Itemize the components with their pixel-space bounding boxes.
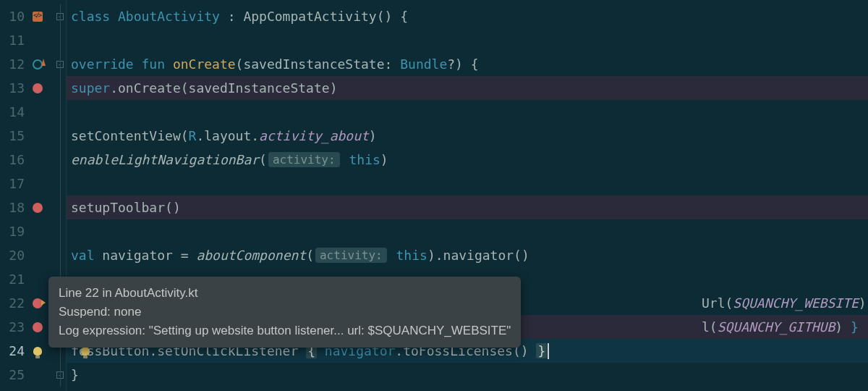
gutter-line-13[interactable]: 13 [0, 76, 54, 100]
breakpoint-icon[interactable] [33, 83, 43, 93]
intention-bulb-icon[interactable] [33, 347, 42, 356]
gutter-line-12[interactable]: 12 [0, 52, 54, 76]
gutter-line-16[interactable]: 16 [0, 148, 54, 172]
line-number: 25 [4, 367, 25, 382]
line-number: 13 [4, 80, 25, 96]
param-hint: activity: [315, 248, 387, 263]
param-hint: activity: [268, 152, 340, 167]
gutter-line-18[interactable]: 18 [0, 196, 54, 219]
breakpoint-icon[interactable] [33, 322, 43, 332]
line-number: 12 [4, 56, 25, 72]
fold-open-icon[interactable]: - [56, 13, 64, 20]
gutter-line-23[interactable]: 23 [0, 315, 54, 339]
gutter-line-14[interactable]: 14 [0, 100, 54, 124]
tooltip-suspend: Suspend: none [59, 303, 511, 321]
line-number: 22 [4, 295, 25, 311]
fold-close-icon[interactable]: - [56, 371, 64, 379]
gutter-line-11[interactable]: 11 [0, 28, 54, 52]
fold-line [54, 28, 66, 52]
line-number: 20 [4, 248, 25, 263]
line-number: 17 [4, 176, 25, 191]
gutter-line-17[interactable]: 17 [0, 172, 54, 196]
gutter-line-25[interactable]: 25 [0, 363, 54, 387]
line-number: 15 [4, 128, 25, 143]
fold-line [54, 100, 66, 124]
line-number: 11 [4, 33, 25, 48]
override-icon[interactable] [33, 59, 43, 70]
code-line-20[interactable]: val navigator = aboutComponent(activity:… [67, 243, 868, 267]
code-line-11[interactable] [67, 28, 868, 52]
line-number: 19 [4, 224, 25, 239]
gutter-line-19[interactable]: 19 [0, 219, 54, 243]
code-line-16[interactable]: enableLightNavigationBar(activity: this) [67, 148, 868, 172]
log-breakpoint-icon[interactable] [33, 298, 43, 308]
file-icon[interactable] [33, 12, 43, 22]
code-line-14[interactable] [67, 100, 868, 124]
fold-line [54, 76, 66, 100]
fold-line: - [54, 4, 66, 28]
code-line-17[interactable] [67, 172, 868, 196]
line-number: 10 [4, 9, 25, 24]
line-number: 23 [4, 319, 25, 335]
gutter-line-21[interactable]: 21 [0, 267, 54, 291]
fold-line: - [54, 363, 66, 387]
fold-open-icon[interactable]: - [56, 61, 64, 68]
text-caret [548, 343, 549, 359]
code-tail-23: l(SQUANCHY_GITHUB) } [702, 319, 859, 335]
gutter-line-24[interactable]: 24 [0, 339, 54, 363]
tooltip-log-expression: Log expression: "Setting up website butt… [59, 321, 511, 340]
gutter-line-20[interactable]: 20 [0, 243, 54, 267]
line-number: 16 [4, 152, 25, 167]
line-number: 21 [4, 272, 25, 287]
gutter-line-10[interactable]: 10 [0, 4, 54, 28]
line-number: 14 [4, 104, 25, 119]
fold-line [54, 148, 66, 172]
code-line-18[interactable]: setupToolbar() [67, 196, 868, 219]
fold-line [54, 196, 66, 219]
code-line-12[interactable]: override fun onCreate(savedInstanceState… [67, 52, 868, 76]
code-line-13[interactable]: super.onCreate(savedInstanceState) [67, 76, 868, 100]
breakpoint-icon[interactable] [33, 203, 43, 213]
code-line-19[interactable] [67, 219, 868, 243]
breakpoint-tooltip: Line 22 in AboutActivity.kt Suspend: non… [48, 277, 521, 348]
line-number: 24 [4, 343, 25, 358]
gutter-line-22[interactable]: 22 [0, 291, 54, 315]
code-tail-22: Url(SQUANCHY_WEBSITE) } [702, 295, 868, 311]
line-number: 18 [4, 200, 25, 215]
fold-line [54, 219, 66, 243]
fold-line [54, 124, 66, 148]
code-line-10[interactable]: class AboutActivity : AppCompatActivity(… [67, 4, 868, 28]
line-number-gutter[interactable]: 10111213141516171819202122232425 [0, 0, 54, 391]
code-line-15[interactable]: setContentView(R.layout.activity_about) [67, 124, 868, 148]
code-line-25[interactable]: } [67, 363, 868, 387]
fold-line [54, 243, 66, 267]
fold-line: - [54, 52, 66, 76]
fold-line [54, 172, 66, 196]
gutter-line-15[interactable]: 15 [0, 124, 54, 148]
intention-bulb-icon[interactable] [81, 347, 90, 356]
tooltip-line-location: Line 22 in AboutActivity.kt [59, 284, 511, 303]
